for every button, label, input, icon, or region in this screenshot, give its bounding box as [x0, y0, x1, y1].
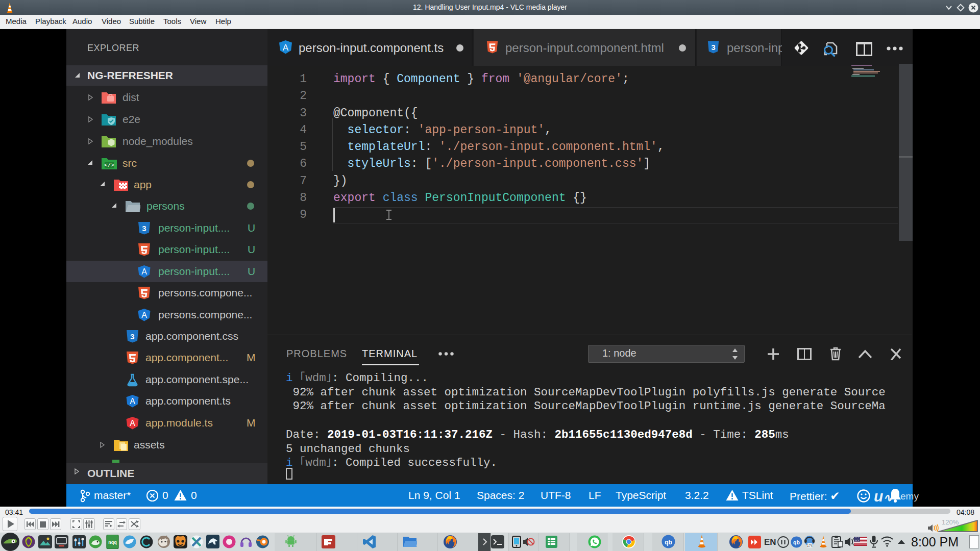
- svg-text:qb: qb: [793, 539, 800, 545]
- svg-text:A: A: [141, 267, 147, 276]
- svg-text:</>: </>: [104, 162, 114, 168]
- svg-text:3: 3: [142, 224, 146, 233]
- svg-text:qb: qb: [665, 539, 672, 546]
- svg-text:A: A: [283, 43, 289, 53]
- svg-text:174: 174: [807, 544, 813, 547]
- svg-text:A: A: [130, 419, 135, 428]
- svg-text:A: A: [130, 397, 135, 406]
- svg-text:3: 3: [711, 43, 715, 52]
- svg-text:3: 3: [130, 332, 134, 341]
- svg-text:A: A: [141, 311, 147, 319]
- svg-text:nqq: nqq: [108, 540, 117, 545]
